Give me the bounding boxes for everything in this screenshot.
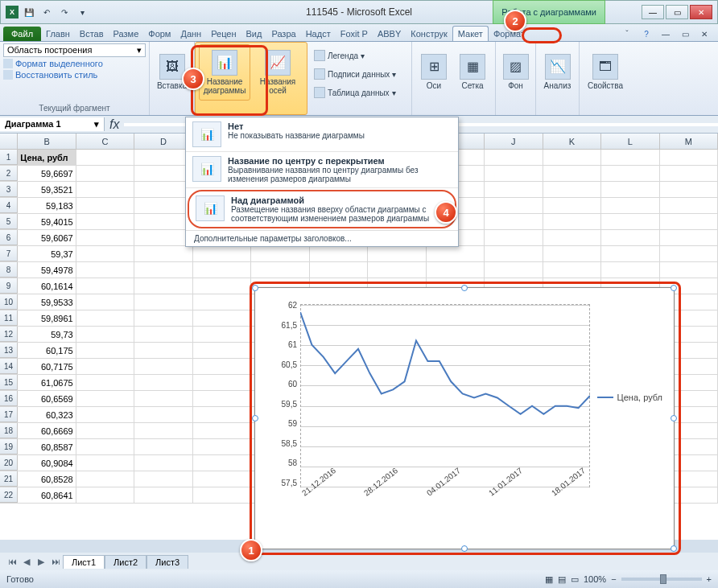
fx-icon[interactable]: fx (105, 117, 124, 132)
tab-view[interactable]: Вид (241, 27, 267, 41)
undo-icon[interactable]: ↶ (39, 5, 54, 19)
data-cell[interactable]: 60,1614 (18, 278, 76, 294)
sheet-tab-3[interactable]: Лист3 (146, 555, 188, 569)
tab-formulas[interactable]: Форм (143, 27, 175, 41)
view-normal-icon[interactable]: ▦ (545, 574, 553, 585)
cell-header[interactable]: Цена, рубл (18, 150, 76, 165)
data-cell[interactable]: 59,6697 (18, 166, 76, 181)
chart-title-button[interactable]: 📊Название диаграммы (199, 44, 250, 101)
row-header[interactable]: 19 (0, 439, 18, 454)
legend-button[interactable]: Легенда ▾ (311, 47, 399, 64)
doc-restore-icon[interactable]: ▭ (678, 27, 692, 41)
tab-dev[interactable]: Разра (266, 27, 300, 41)
tab-abbyy[interactable]: ABBY (373, 27, 406, 41)
qat-dropdown-icon[interactable]: ▾ (75, 5, 89, 19)
format-selection-button[interactable]: Формат выделенного (3, 59, 146, 68)
axes-button[interactable]: ⊞Оси (415, 43, 452, 100)
name-box[interactable]: Диаграмма 1▾ (0, 117, 105, 131)
data-cell[interactable]: 60,6569 (18, 391, 76, 406)
data-cell[interactable]: 59,73 (18, 327, 76, 342)
data-cell[interactable]: 60,8587 (18, 439, 76, 454)
save-icon[interactable]: 💾 (22, 5, 36, 19)
sheet-nav-last[interactable]: ⏭ (48, 557, 63, 566)
tab-addins[interactable]: Надст (301, 27, 336, 41)
data-labels-button[interactable]: Подписи данных ▾ (311, 65, 399, 83)
row-header[interactable]: 16 (0, 391, 18, 406)
tab-data[interactable]: Данн (175, 27, 206, 41)
zoom-slider[interactable] (621, 578, 702, 581)
close-button[interactable]: ✕ (690, 5, 712, 19)
col-J[interactable]: J (485, 134, 543, 149)
col-C[interactable]: C (76, 134, 134, 149)
data-cell[interactable]: 60,9084 (18, 455, 76, 471)
sheet-nav-prev[interactable]: ◀ (19, 557, 34, 567)
row-header[interactable]: 17 (0, 407, 18, 422)
tab-ctx-design[interactable]: Конструк (406, 27, 452, 41)
data-cell[interactable]: 59,6067 (18, 230, 76, 245)
col-L[interactable]: L (601, 134, 659, 149)
col-K[interactable]: K (543, 134, 601, 149)
tab-layout[interactable]: Разме (109, 27, 144, 41)
view-layout-icon[interactable]: ▤ (558, 574, 566, 585)
data-cell[interactable]: 59,4978 (18, 262, 76, 278)
data-cell[interactable]: 60,323 (18, 407, 76, 422)
row-header[interactable]: 18 (0, 423, 18, 438)
data-cell[interactable]: 60,175 (18, 343, 76, 358)
help-icon[interactable]: ? (639, 27, 654, 41)
ribbon-min-icon[interactable]: ˇ (620, 27, 634, 41)
col-M[interactable]: M (660, 134, 718, 149)
data-cell[interactable]: 59,37 (18, 246, 76, 261)
row-header[interactable]: 14 (0, 359, 18, 374)
tab-ctx-layout[interactable]: Макет (452, 26, 489, 41)
sheet-tab-1[interactable]: Лист1 (63, 555, 105, 569)
axis-titles-button[interactable]: 📈Названия осей (252, 44, 303, 101)
sheet-nav-next[interactable]: ▶ (34, 557, 48, 567)
dropdown-more-options[interactable]: Дополнительные параметры заголовков... (186, 230, 458, 246)
gridlines-button[interactable]: ▦Сетка (454, 43, 491, 100)
tab-home[interactable]: Главн (41, 27, 75, 41)
row-header[interactable]: 13 (0, 343, 18, 358)
row-header[interactable]: 8 (0, 262, 18, 278)
dropdown-item-centered[interactable]: 📊 Название по центру с перекрытиемВыравн… (186, 152, 458, 188)
redo-icon[interactable]: ↷ (57, 5, 72, 19)
file-tab[interactable]: Файл (3, 27, 41, 41)
background-button[interactable]: ▨Фон (499, 43, 532, 100)
zoom-level[interactable]: 100% (584, 574, 606, 584)
data-cell[interactable]: 59,8961 (18, 310, 76, 326)
row-header[interactable]: 3 (0, 182, 18, 197)
row-header[interactable]: 15 (0, 375, 18, 390)
maximize-button[interactable]: ▭ (666, 5, 688, 19)
dropdown-item-above[interactable]: 📊 Над диаграммойРазмещение названия ввер… (188, 190, 456, 228)
row-header[interactable]: 11 (0, 310, 18, 326)
row-header[interactable]: 4 (0, 198, 18, 213)
data-cell[interactable]: 60,6669 (18, 423, 76, 438)
data-cell[interactable]: 60,7175 (18, 359, 76, 374)
zoom-out-button[interactable]: − (611, 574, 616, 584)
row-header[interactable]: 12 (0, 327, 18, 342)
data-cell[interactable]: 60,8528 (18, 471, 76, 487)
sheet-nav-first[interactable]: ⏮ (5, 557, 19, 566)
view-pagebreak-icon[interactable]: ▭ (571, 574, 579, 585)
row-header[interactable]: 9 (0, 278, 18, 294)
row-header[interactable]: 20 (0, 455, 18, 471)
doc-min-icon[interactable]: — (658, 27, 673, 41)
col-B[interactable]: B (18, 134, 76, 149)
row-header[interactable]: 10 (0, 294, 18, 310)
doc-close-icon[interactable]: ✕ (697, 27, 712, 41)
row-header[interactable]: 2 (0, 166, 18, 181)
minimize-button[interactable]: — (642, 5, 664, 19)
data-cell[interactable]: 61,0675 (18, 375, 76, 390)
chart-element-selector[interactable]: Область построения ▾ (3, 43, 146, 57)
data-cell[interactable]: 60,8641 (18, 487, 76, 503)
dropdown-item-none[interactable]: 📊 НетНе показывать название диаграммы (186, 117, 458, 152)
row-header[interactable]: 7 (0, 246, 18, 261)
row-header[interactable]: 6 (0, 230, 18, 245)
properties-button[interactable]: 🗔Свойства (583, 43, 628, 100)
sheet-tab-2[interactable]: Лист2 (105, 555, 146, 569)
data-cell[interactable]: 59,3521 (18, 182, 76, 197)
row-header[interactable]: 22 (0, 487, 18, 503)
data-cell[interactable]: 59,4015 (18, 214, 76, 229)
tab-review[interactable]: Рецен (206, 27, 241, 41)
tab-foxit[interactable]: Foxit P (336, 27, 373, 41)
chart-legend[interactable]: Цена, рубл (597, 393, 662, 402)
